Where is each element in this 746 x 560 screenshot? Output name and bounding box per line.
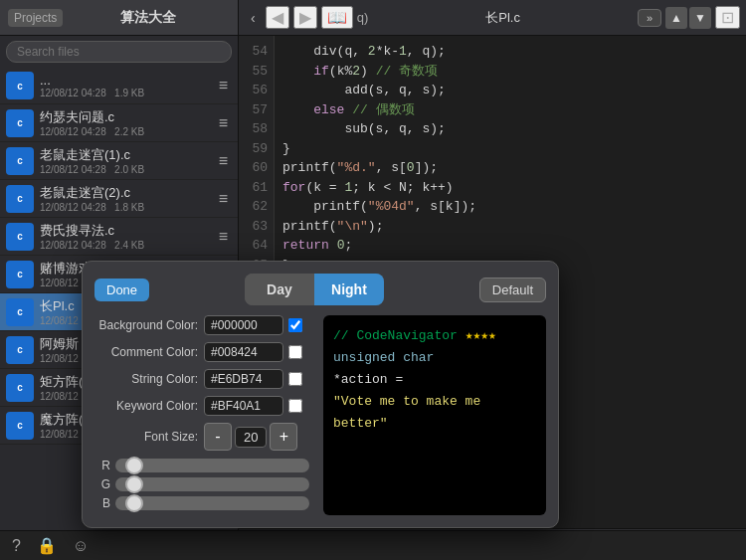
code-line: printf("\n"); <box>282 217 738 237</box>
help-icon[interactable]: ? <box>12 537 21 555</box>
back-button[interactable]: ‹ <box>245 8 262 28</box>
day-button[interactable]: Day <box>245 274 314 305</box>
rgb-sliders: R G B <box>94 459 313 510</box>
file-item[interactable]: c 约瑟夫问题.c 12/08/12 04:28 2.2 KB ≡ <box>0 104 238 142</box>
keyword-color-row: Keyword Color: <box>94 396 313 416</box>
file-icon: c <box>6 261 34 288</box>
file-icon: c <box>6 336 34 364</box>
r-slider-thumb[interactable] <box>125 457 143 474</box>
file-icon: c <box>6 72 34 99</box>
file-info: ... 12/08/12 04:28 1.9 KB <box>40 73 215 98</box>
editor-filename: 长Pl.c <box>372 9 634 27</box>
code-line: else // 偶数项 <box>282 100 738 120</box>
line-number: 62 <box>239 197 268 217</box>
keyword-color-checkbox[interactable] <box>288 399 302 413</box>
search-input[interactable] <box>6 41 232 63</box>
b-label: B <box>94 496 110 510</box>
file-meta: 12/08/12 04:28 1.9 KB <box>40 88 215 98</box>
up-button[interactable]: ▲ <box>665 7 687 29</box>
comment-color-label: Comment Color: <box>94 345 204 359</box>
next-button[interactable]: ▶ <box>293 6 317 29</box>
file-menu-icon[interactable]: ≡ <box>215 228 232 246</box>
projects-button[interactable]: Projects <box>8 9 63 27</box>
string-color-checkbox[interactable] <box>288 372 302 386</box>
done-button[interactable]: Done <box>94 279 149 301</box>
line-number: 60 <box>239 158 268 178</box>
b-slider-row: B <box>94 496 313 510</box>
theme-controls: Background Color: Comment Color: String … <box>94 315 313 515</box>
font-size-display: 20 <box>235 427 267 448</box>
line-number: 63 <box>239 217 268 237</box>
font-minus-button[interactable]: - <box>204 423 232 451</box>
theme-dialog-body: Background Color: Comment Color: String … <box>94 315 546 515</box>
file-name: 老鼠走迷宫(1).c <box>40 146 215 164</box>
line-number: 58 <box>239 119 268 139</box>
g-slider-track[interactable] <box>115 477 309 491</box>
file-meta: 12/08/12 04:28 2.4 KB <box>40 240 215 251</box>
expand-button[interactable]: ⊡ <box>715 6 740 29</box>
book-icon[interactable]: 📖 <box>321 6 353 29</box>
keyword-color-input[interactable] <box>204 396 283 416</box>
down-button[interactable]: ▼ <box>689 7 711 29</box>
b-slider-track[interactable] <box>115 496 309 510</box>
default-button[interactable]: Default <box>479 278 546 302</box>
string-color-input[interactable] <box>204 369 283 389</box>
preview-line-3: *action = <box>333 369 536 391</box>
line-number: 64 <box>239 236 268 256</box>
background-color-input[interactable] <box>204 315 283 335</box>
background-color-label: Background Color: <box>94 318 204 332</box>
b-slider-thumb[interactable] <box>125 494 143 512</box>
file-item[interactable]: c 老鼠走迷宫(1).c 12/08/12 04:28 2.0 KB ≡ <box>0 142 238 180</box>
file-meta: 12/08/12 04:28 2.2 KB <box>40 126 215 137</box>
code-line: } <box>282 139 738 159</box>
prev-button[interactable]: ◀ <box>266 6 289 29</box>
code-line: div(q, 2*k-1, q); <box>282 42 738 62</box>
code-line: return 0; <box>282 236 738 256</box>
sidebar-title: 算法大全 <box>67 9 230 27</box>
toolbar-comment-btn[interactable]: » <box>638 9 661 27</box>
file-menu-icon[interactable]: ≡ <box>215 152 232 170</box>
code-line: sub(s, q, s); <box>282 119 738 139</box>
file-icon: c <box>6 109 34 137</box>
comment-color-row: Comment Color: <box>94 342 313 362</box>
file-icon: c <box>6 298 34 326</box>
file-icon: c <box>6 147 34 175</box>
line-number: 61 <box>239 178 268 198</box>
file-item[interactable]: c 老鼠走迷宫(2).c 12/08/12 04:28 1.8 KB ≡ <box>0 180 238 218</box>
font-plus-button[interactable]: + <box>270 423 297 451</box>
preview-comment-text: // CodeNavigator <box>333 328 466 343</box>
g-slider-thumb[interactable] <box>125 475 143 493</box>
file-meta: 12/08/12 04:28 1.8 KB <box>40 202 215 213</box>
file-icon: c <box>6 412 34 440</box>
comment-color-checkbox[interactable] <box>288 345 302 359</box>
toolbar-arrows: ▲ ▼ <box>665 7 711 29</box>
file-menu-icon[interactable]: ≡ <box>215 190 232 208</box>
bottom-bar: ? 🔒 ☺ <box>0 530 746 560</box>
file-name: 费氏搜寻法.c <box>40 222 215 240</box>
code-line: if(k%2) // 奇数项 <box>282 62 738 82</box>
comment-color-input[interactable] <box>204 342 283 362</box>
string-color-label: String Color: <box>94 372 204 386</box>
preview-line-2: unsigned char <box>333 347 536 369</box>
file-menu-icon[interactable]: ≡ <box>215 77 232 94</box>
background-color-checkbox[interactable] <box>288 318 302 332</box>
file-item[interactable]: c 费氏搜寻法.c 12/08/12 04:28 2.4 KB ≡ <box>0 218 238 256</box>
sidebar-header: Projects 算法大全 <box>0 0 238 36</box>
q-label: q) <box>357 10 369 25</box>
file-icon: c <box>6 223 34 251</box>
code-line: for(k = 1; k < N; k++) <box>282 178 738 198</box>
file-name: 约瑟夫问题.c <box>40 108 215 126</box>
file-icon: c <box>6 374 34 402</box>
file-info: 老鼠走迷宫(1).c 12/08/12 04:28 2.0 KB <box>40 146 215 175</box>
search-bar <box>0 36 238 68</box>
preview-line-4: "Vote me to make me better" <box>333 391 536 435</box>
r-slider-track[interactable] <box>115 459 309 472</box>
file-info: 费氏搜寻法.c 12/08/12 04:28 2.4 KB <box>40 222 215 251</box>
night-button[interactable]: Night <box>314 274 384 305</box>
line-number: 59 <box>239 139 268 159</box>
theme-dialog: Done Day Night Default Background Color:… <box>82 261 559 528</box>
code-line: printf("%d.", s[0]); <box>282 158 738 178</box>
string-color-row: String Color: <box>94 369 313 389</box>
file-item[interactable]: c ... 12/08/12 04:28 1.9 KB ≡ <box>0 68 238 104</box>
file-menu-icon[interactable]: ≡ <box>215 114 232 132</box>
